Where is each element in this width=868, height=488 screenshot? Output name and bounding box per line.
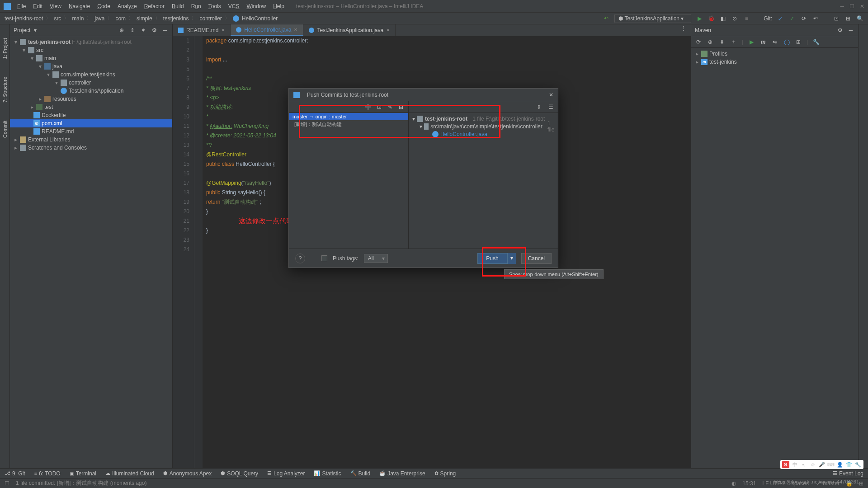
bt-soql[interactable]: ⬢ SOQL Query — [221, 470, 258, 477]
tab-readme[interactable]: README.md✕ — [173, 24, 231, 36]
menu-vcs[interactable]: VCS — [226, 2, 242, 10]
ime-keyboard-icon[interactable]: ⌨ — [827, 461, 835, 468]
tabs-menu-icon[interactable]: ⋮ — [680, 24, 687, 32]
bc-java[interactable]: java — [94, 15, 104, 22]
bt-git[interactable]: ⎇ 9: Git — [5, 470, 25, 477]
git-history-icon[interactable]: ⟳ — [800, 15, 807, 22]
bt-stat[interactable]: 📊 Statistic — [314, 470, 341, 477]
profile-icon[interactable]: ⊙ — [731, 15, 738, 22]
bt-spring[interactable]: ✿ Spring — [434, 470, 456, 477]
run-icon[interactable]: ▶ — [696, 15, 703, 22]
ime-punct-icon[interactable]: •, — [800, 461, 807, 468]
gear-icon[interactable]: ⚙ — [836, 27, 844, 34]
menu-file[interactable]: File — [14, 2, 28, 10]
bc-main[interactable]: main — [72, 15, 84, 22]
bt-terminal[interactable]: ▣ Terminal — [70, 470, 96, 477]
gear-icon[interactable]: ⚙ — [151, 27, 158, 34]
push-button[interactable]: Push — [477, 253, 507, 264]
ime-toolbar[interactable]: S 中 •, ☺ 🎤 ⌨ 👤 👕 🔧 — [780, 460, 863, 469]
push-tags-combo[interactable]: All — [364, 254, 388, 263]
menu-code[interactable]: Code — [94, 2, 113, 10]
expand-icon[interactable]: ⇕ — [535, 103, 542, 111]
close-tab-icon[interactable]: ✕ — [386, 28, 390, 33]
coverage-icon[interactable]: ◧ — [719, 15, 726, 22]
commit-entry[interactable]: [新增]：测试自动构建 — [289, 120, 408, 129]
status-icon[interactable]: ☐ — [5, 480, 9, 487]
menu-window[interactable]: Window — [244, 2, 269, 10]
push-tags-checkbox[interactable] — [321, 255, 327, 261]
exec-icon[interactable]: m — [760, 38, 767, 46]
edit-icon[interactable]: ⊡ — [376, 103, 383, 111]
toggle-icon[interactable]: ⇋ — [771, 38, 778, 46]
tab-testjenkins-app[interactable]: TestJenkinsApplication.java✕ — [303, 24, 396, 36]
run-config-select[interactable]: ⬢ TestJenkinsApplication ▾ — [614, 14, 691, 23]
find-icon[interactable]: 🔍 — [856, 15, 863, 22]
git-update-icon[interactable]: ↙ — [777, 15, 784, 22]
help-icon[interactable]: ? — [295, 253, 305, 263]
bc-com[interactable]: com — [115, 15, 126, 22]
project-tree[interactable]: ▾test-jenkins-root F:\gitlab\test-jenkin… — [10, 36, 172, 468]
menu-run[interactable]: Run — [189, 2, 204, 10]
tab-hello-controller[interactable]: HelloController.java✕ — [231, 24, 303, 36]
ime-tool-icon[interactable]: 🔧 — [854, 461, 862, 468]
git-commit-icon[interactable]: ✓ — [788, 15, 796, 22]
gutter-structure[interactable]: 7: Structure — [2, 77, 8, 103]
bc-src[interactable]: src — [54, 15, 61, 22]
offline-icon[interactable]: ◯ — [783, 38, 790, 46]
debug-icon[interactable]: 🐞 — [708, 15, 715, 22]
menu-navigate[interactable]: Navigate — [66, 2, 93, 10]
close-tab-icon[interactable]: ✕ — [221, 28, 225, 33]
bc-simple[interactable]: simple — [137, 15, 152, 22]
menu-edit[interactable]: Edit — [30, 2, 45, 10]
bt-eventlog[interactable]: ☰ Event Log — [833, 470, 863, 477]
hide-panel-icon[interactable]: ─ — [847, 27, 854, 34]
branch-mapping[interactable]: master → origin : master — [289, 113, 408, 120]
wrench-icon[interactable]: 🔧 — [812, 38, 820, 46]
collapse-icon[interactable]: ✶ — [140, 27, 147, 34]
git-revert-icon[interactable]: ↶ — [812, 15, 819, 22]
bt-javaee[interactable]: ☕ Java Enterprise — [379, 470, 425, 477]
generate-icon[interactable]: ⊕ — [707, 38, 714, 46]
ime-skin-icon[interactable]: 👕 — [845, 461, 853, 468]
group-icon[interactable]: ☰ — [547, 103, 554, 111]
bt-apex[interactable]: ⬢ Anonymous Apex — [163, 470, 212, 477]
maximize-icon[interactable]: ☐ — [849, 3, 854, 9]
download-icon[interactable]: ⬇ — [718, 38, 726, 46]
delete-icon[interactable]: ⊟ — [397, 103, 405, 111]
bc-root[interactable]: test-jenkins-root — [5, 15, 43, 22]
stop-icon[interactable]: ■ — [743, 15, 750, 22]
dialog-close-icon[interactable]: ✕ — [549, 92, 553, 98]
gutter-project[interactable]: 1: Project — [2, 38, 8, 59]
close-tab-icon[interactable]: ✕ — [294, 27, 297, 32]
select-opened-icon[interactable]: ⊕ — [118, 27, 125, 34]
bc-tj[interactable]: testjenkins — [163, 15, 189, 22]
ide-settings-icon[interactable]: ⊞ — [844, 15, 852, 22]
menu-analyze[interactable]: Analyze — [115, 2, 140, 10]
push-split-icon[interactable]: ▾ — [507, 253, 516, 264]
bt-log[interactable]: ☰ Log Analyzer — [267, 470, 305, 477]
pencil-icon[interactable]: ✎ — [387, 103, 394, 111]
bt-build[interactable]: 🔨 Build — [350, 470, 371, 477]
search-icon[interactable]: ⊡ — [833, 15, 840, 22]
menu-help[interactable]: Help — [270, 2, 287, 10]
menu-refactor[interactable]: Refactor — [142, 2, 167, 10]
hide-panel-icon[interactable]: ─ — [161, 27, 169, 34]
gutter-commit[interactable]: Commit — [2, 121, 8, 138]
close-icon[interactable]: ✕ — [860, 3, 864, 9]
ime-emoji-icon[interactable]: ☺ — [809, 461, 816, 468]
bt-todo[interactable]: ≡ 6: TODO — [34, 470, 61, 477]
cancel-button[interactable]: Cancel — [521, 253, 552, 264]
menu-tools[interactable]: Tools — [206, 2, 224, 10]
ime-lang-icon[interactable]: 中 — [791, 461, 798, 468]
reload-icon[interactable]: ⟳ — [695, 38, 702, 46]
view-dropdown-icon[interactable]: ▾ — [34, 27, 37, 33]
add-icon[interactable]: ＋ — [730, 38, 737, 46]
add-branch-icon[interactable]: ➕ — [365, 103, 372, 111]
minimize-icon[interactable]: ─ — [840, 3, 844, 9]
ime-mic-icon[interactable]: 🎤 — [818, 461, 826, 468]
back-icon[interactable]: ↶ — [603, 15, 610, 22]
expand-all-icon[interactable]: ⇕ — [129, 27, 136, 34]
deps-icon[interactable]: ⊞ — [795, 38, 802, 46]
menu-view[interactable]: View — [47, 2, 64, 10]
ime-user-icon[interactable]: 👤 — [836, 461, 844, 468]
